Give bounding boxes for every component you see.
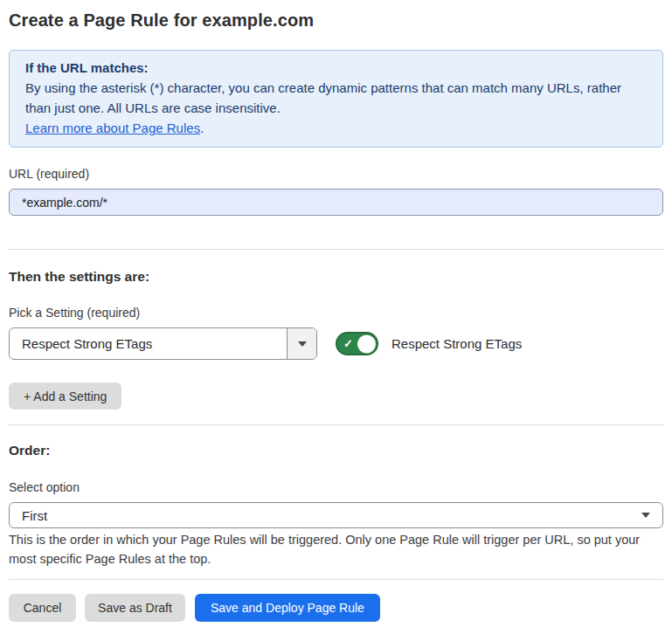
divider bbox=[9, 249, 663, 250]
url-field-label: URL (required) bbox=[9, 165, 663, 183]
setting-select[interactable]: Respect Strong ETags bbox=[9, 327, 317, 360]
order-select[interactable]: First bbox=[9, 502, 663, 528]
add-setting-button[interactable]: + Add a Setting bbox=[9, 382, 121, 410]
learn-more-link[interactable]: Learn more about Page Rules bbox=[25, 121, 200, 135]
info-box-heading: If the URL matches: bbox=[25, 58, 647, 78]
dropdown-arrow-icon bbox=[298, 341, 307, 347]
order-section-heading: Order: bbox=[9, 442, 663, 458]
url-match-info-box: If the URL matches: By using the asteris… bbox=[9, 50, 663, 148]
setting-select-value: Respect Strong ETags bbox=[10, 328, 287, 359]
cancel-button[interactable]: Cancel bbox=[9, 594, 76, 622]
info-box-link-line: Learn more about Page Rules. bbox=[25, 118, 647, 138]
url-input[interactable] bbox=[9, 189, 663, 216]
pick-setting-label: Pick a Setting (required) bbox=[9, 304, 663, 321]
setting-toggle-label: Respect Strong ETags bbox=[391, 336, 522, 351]
setting-row: Respect Strong ETags ✓ Respect Strong ET… bbox=[9, 327, 663, 360]
settings-section-heading: Then the settings are: bbox=[9, 268, 663, 285]
dropdown-arrow-icon bbox=[641, 513, 650, 518]
link-suffix: . bbox=[200, 121, 204, 135]
order-select-label: Select option bbox=[9, 479, 663, 496]
order-select-value: First bbox=[22, 508, 641, 523]
setting-select-arrow-button[interactable] bbox=[287, 328, 316, 359]
page-title: Create a Page Rule for example.com bbox=[9, 9, 663, 31]
checkmark-icon: ✓ bbox=[343, 338, 353, 349]
info-box-body: By using the asterisk (*) character, you… bbox=[25, 78, 647, 118]
page-rule-form: Create a Page Rule for example.com If th… bbox=[0, 0, 672, 622]
order-help-text: This is the order in which your Page Rul… bbox=[9, 530, 663, 568]
divider bbox=[9, 579, 663, 580]
save-as-draft-button[interactable]: Save as Draft bbox=[85, 594, 185, 622]
save-and-deploy-button[interactable]: Save and Deploy Page Rule bbox=[195, 594, 380, 622]
toggle-knob bbox=[357, 334, 376, 353]
divider bbox=[9, 424, 663, 425]
form-actions: Cancel Save as Draft Save and Deploy Pag… bbox=[9, 594, 663, 622]
setting-toggle-on[interactable]: ✓ bbox=[336, 332, 378, 355]
